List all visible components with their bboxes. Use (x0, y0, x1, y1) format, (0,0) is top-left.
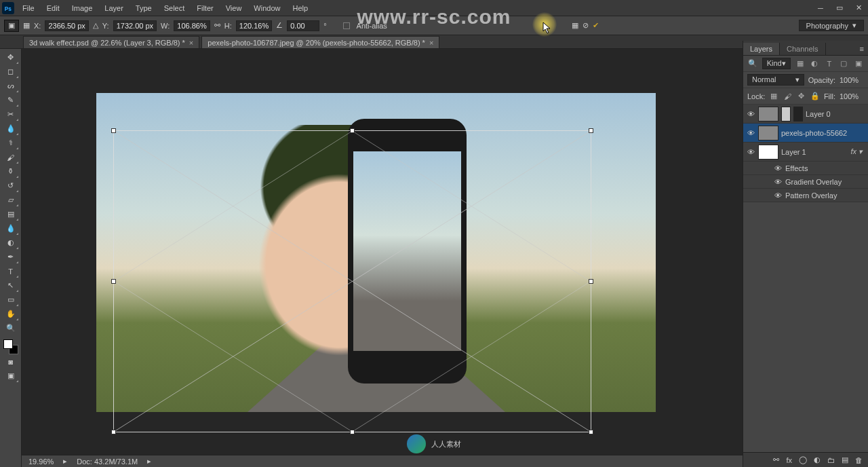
visibility-toggle-icon[interactable]: 👁 (746, 148, 755, 156)
fill-field[interactable]: 100% (840, 92, 864, 100)
opacity-field[interactable]: 100% (840, 76, 864, 84)
filter-shape-icon[interactable]: ▢ (839, 58, 850, 69)
healing-brush-tool[interactable]: ⚕ (3, 136, 19, 150)
group-icon[interactable]: 🗀 (827, 456, 835, 464)
lock-all-icon[interactable]: 🔒 (810, 91, 820, 102)
antialias-checkbox[interactable] (343, 22, 350, 29)
shape-tool[interactable]: ▭ (3, 293, 19, 307)
layer-name[interactable]: Layer 0 (806, 110, 865, 118)
menu-file[interactable]: File (16, 0, 41, 16)
foreground-color[interactable] (3, 339, 13, 349)
new-layer-icon[interactable]: ▤ (842, 455, 848, 464)
mask-icon[interactable]: ◯ (799, 455, 807, 464)
filter-pixel-icon[interactable]: ▦ (795, 58, 806, 69)
chevron-right-icon[interactable]: ▸ (63, 457, 67, 466)
history-brush-tool[interactable]: ↺ (3, 179, 19, 193)
visibility-toggle-icon[interactable]: 👁 (773, 178, 783, 186)
blur-tool[interactable]: 💧 (3, 221, 19, 236)
menu-window[interactable]: Window (248, 0, 286, 16)
zoom-tool[interactable]: 🔍 (3, 321, 19, 335)
pen-tool[interactable]: ✒ (3, 250, 19, 264)
blend-mode-select[interactable]: Normal▾ (747, 74, 804, 86)
commit-transform-icon[interactable]: ✔ (593, 21, 599, 30)
link-icon[interactable]: ⚯ (214, 21, 220, 30)
workspace-selector[interactable]: Photography ▾ (799, 20, 864, 31)
search-icon[interactable]: 🔍 (747, 58, 758, 69)
screenmode-toggle[interactable]: ▣ (3, 369, 19, 383)
menu-filter[interactable]: Filter (191, 0, 219, 16)
quickmask-toggle[interactable]: ◙ (3, 354, 19, 369)
close-icon[interactable]: × (429, 39, 433, 47)
gradient-tool[interactable]: ▤ (3, 207, 19, 221)
chevron-right-icon[interactable]: ▸ (147, 457, 151, 466)
stamp-tool[interactable]: ⚱ (3, 164, 19, 179)
minimize-button[interactable]: ─ (811, 2, 830, 14)
fx-badge[interactable]: fx ▾ (850, 147, 865, 156)
filter-smart-icon[interactable]: ▣ (853, 58, 864, 69)
document-tab-2[interactable]: pexels-photo-106787.jpeg @ 20% (pexels-p… (201, 36, 439, 48)
filter-kind-select[interactable]: Kind▾ (762, 58, 791, 69)
delta-icon[interactable]: △ (93, 21, 98, 30)
zoom-level[interactable]: 19.96% (28, 457, 54, 466)
visibility-toggle-icon[interactable]: 👁 (746, 129, 755, 137)
transform-handle[interactable] (589, 430, 593, 434)
lock-transparent-icon[interactable]: ▦ (769, 91, 778, 102)
crop-tool[interactable]: ✂ (3, 107, 19, 122)
layer-effect-row[interactable]: 👁 Gradient Overlay (743, 175, 868, 189)
cancel-transform-icon[interactable]: ⊘ (583, 21, 589, 30)
transform-handle[interactable] (111, 430, 116, 434)
reference-point-icon[interactable]: ▦ (23, 21, 30, 30)
layer-name[interactable]: pexels-photo-55662 (781, 129, 865, 137)
filter-adjust-icon[interactable]: ◐ (809, 58, 820, 69)
canvas-area[interactable]: 19.96% ▸ Doc: 43.2M/73.1M ▸ (22, 49, 743, 467)
type-tool[interactable]: T (3, 264, 19, 278)
panel-tab-channels[interactable]: Channels (780, 43, 825, 55)
menu-edit[interactable]: Edit (41, 0, 66, 16)
layer-thumbnail[interactable] (758, 126, 778, 141)
path-select-tool[interactable]: ↖ (3, 278, 19, 293)
menu-select[interactable]: Select (158, 0, 191, 16)
menu-type[interactable]: Type (130, 0, 158, 16)
link-layers-icon[interactable]: ⚯ (773, 455, 779, 464)
filter-type-icon[interactable]: T (824, 58, 835, 69)
close-icon[interactable]: × (189, 39, 193, 47)
lasso-tool[interactable]: ᔕ (3, 79, 19, 93)
warp-mode-icon[interactable]: ▦ (572, 21, 578, 30)
w-field[interactable]: 106.86% (174, 20, 210, 31)
layer-row[interactable]: 👁 pexels-photo-55662 (743, 124, 868, 143)
angle-field[interactable]: 0.00 (287, 20, 319, 31)
layer-effect-row[interactable]: 👁 Pattern Overlay (743, 189, 868, 202)
maximize-button[interactable]: ▭ (830, 2, 849, 14)
close-button[interactable]: ✕ (849, 2, 868, 14)
eyedropper-tool[interactable]: 💧 (3, 122, 19, 136)
visibility-toggle-icon[interactable]: 👁 (773, 191, 783, 200)
trash-icon[interactable]: 🗑 (855, 456, 863, 464)
layer-row[interactable]: 👁 Layer 0 (743, 105, 868, 124)
menu-help[interactable]: Help (286, 0, 314, 16)
fx-icon[interactable]: fx (786, 456, 792, 464)
layer-thumbnail[interactable] (758, 145, 778, 160)
menu-view[interactable]: View (220, 0, 248, 16)
quick-select-tool[interactable]: ✎ (3, 93, 19, 107)
x-field[interactable]: 2366.50 px (45, 20, 88, 31)
document-tab-1[interactable]: 3d walk effect.psd @ 22.6% (Layer 3, RGB… (23, 36, 199, 48)
layer-mask-thumb[interactable] (793, 107, 803, 122)
transform-handle[interactable] (350, 430, 355, 434)
tool-preset-icon[interactable]: ▣ (4, 20, 19, 32)
layer-name[interactable]: Layer 1 (781, 148, 848, 156)
menu-layer[interactable]: Layer (98, 0, 130, 16)
panel-menu-icon[interactable]: ≡ (856, 43, 868, 55)
hand-tool[interactable]: ✋ (3, 307, 19, 321)
color-swatch[interactable] (3, 339, 18, 354)
brush-tool[interactable]: 🖌 (3, 150, 19, 164)
document-canvas[interactable] (96, 93, 656, 412)
doc-info[interactable]: Doc: 43.2M/73.1M (77, 457, 138, 466)
h-field[interactable]: 120.16% (236, 20, 272, 31)
lock-image-icon[interactable]: 🖌 (783, 91, 792, 102)
layer-effect-row[interactable]: 👁 Effects (743, 162, 868, 175)
layer-thumbnail[interactable] (758, 107, 778, 122)
dodge-tool[interactable]: ◐ (3, 236, 19, 250)
y-field[interactable]: 1732.00 px (113, 20, 157, 31)
eraser-tool[interactable]: ▱ (3, 193, 19, 207)
adjustment-icon[interactable]: ◐ (814, 455, 821, 464)
